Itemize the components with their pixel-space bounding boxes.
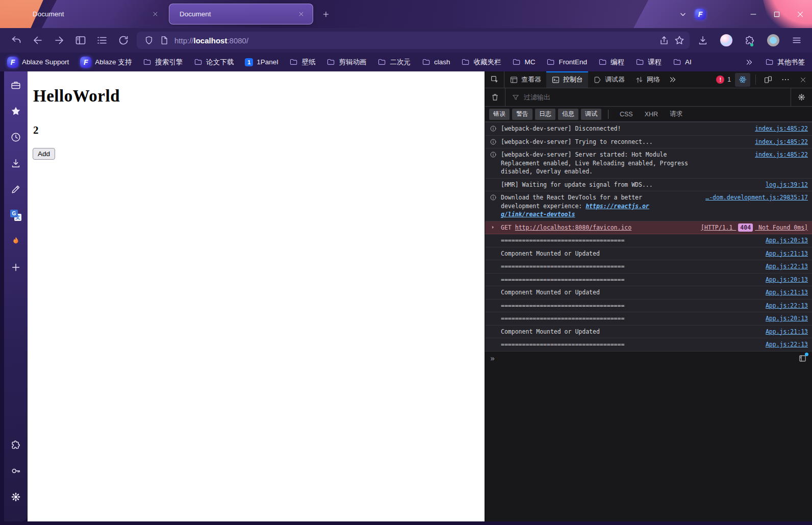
source-link[interactable]: index.js:485:22 [755,124,808,133]
devtools-tab-网络[interactable]: 网络 [630,71,665,88]
source-link[interactable]: App.js:22:13 [766,340,808,349]
bookmark-item[interactable]: 二次元 [377,58,411,67]
source-link[interactable]: App.js:22:13 [766,302,808,310]
source-link[interactable]: App.js:22:13 [766,262,808,271]
site-info-icon[interactable] [158,34,170,46]
source-link[interactable]: App.js:20:13 [766,314,808,323]
source-link[interactable]: App.js:21:13 [766,288,808,297]
devtools-filter-bar: 过滤输出 [485,88,812,107]
filter-chip[interactable]: 错误 [489,109,510,120]
filter-chip[interactable]: 信息 [558,109,578,120]
source-link[interactable]: App.js:20:13 [766,236,808,245]
bookmark-item[interactable]: 课程 [636,58,662,67]
folder-icon [194,58,202,66]
element-picker-button[interactable] [485,71,504,88]
browser-tab[interactable]: Document [169,4,313,24]
bookmark-item[interactable]: 剪辑动画 [326,58,366,67]
sidebar-button-bookmarks[interactable] [7,103,24,120]
bookmark-item[interactable]: MC [512,58,535,66]
filter-input[interactable]: 过滤输出 [505,93,791,102]
filter-text-button[interactable]: XHR [640,110,663,119]
filter-text-button[interactable]: 请求 [665,109,687,119]
tab-close-icon[interactable] [295,9,307,20]
bookmark-item[interactable]: 壁纸 [289,58,315,67]
expand-arrow-icon[interactable] [490,224,497,231]
sidebar-button-translate[interactable]: 文G [7,207,24,224]
bookmark-item[interactable]: FAblaze 支持 [80,57,132,68]
console-message: ===================================App.j… [485,260,812,273]
devtools-tab-调试器[interactable]: 调试器 [588,71,630,88]
sidebar-toggle-button[interactable] [72,32,89,48]
devtools-tab-查看器[interactable]: 查看器 [504,71,546,88]
sidebar-button-notes[interactable] [7,181,24,198]
message-link[interactable]: https://reactjs.or g/link/react-devtools [501,203,649,218]
bookmark-item[interactable]: 编程 [598,58,624,67]
responsive-mode-button[interactable] [761,73,775,86]
sidebar-button-flame-extension[interactable] [7,233,24,250]
profile-button[interactable] [765,32,781,48]
source-link[interactable]: index.js:485:22 [755,138,808,146]
sidebar-button-browser-manager[interactable] [7,77,24,94]
bookmark-item[interactable]: FrontEnd [546,58,587,66]
source-link[interactable]: App.js:21:13 [766,249,808,258]
sidebar-button-history[interactable] [7,129,24,146]
bookmark-item[interactable]: 搜索引擎 [143,58,183,67]
back-button[interactable] [30,32,46,48]
sidebar-button-downloads[interactable] [7,155,24,172]
source-link[interactable]: log.js:39:12 [766,181,808,189]
split-console-button[interactable] [798,354,807,363]
minimize-button[interactable] [742,0,765,28]
console-input-row[interactable]: » [485,352,812,366]
devtools-toolbar-right: !1 [716,71,812,88]
extensions-button[interactable] [742,32,758,48]
sidebar-button-passwords[interactable] [7,462,24,480]
devtools-tab-控制台[interactable]: 控制台 [546,71,588,88]
error-count-badge[interactable]: ! [716,76,724,84]
browser-tab[interactable]: Document [22,4,167,24]
source-link[interactable]: App.js:21:13 [766,328,808,336]
app-menu-button[interactable] [789,32,805,48]
bookmark-item[interactable]: clash [422,58,450,66]
bookmark-page-button[interactable] [673,34,686,46]
tracking-protection-icon[interactable] [143,34,155,46]
close-window-button[interactable] [789,0,812,28]
tab-list-button[interactable] [674,6,692,23]
sidebar-button-add-panel[interactable] [7,259,24,276]
url-text[interactable]: http://localhost:8080/ [174,36,654,45]
forward-button[interactable] [51,32,67,48]
bookmark-item[interactable]: AI [673,58,692,66]
other-bookmarks-folder[interactable]: 其他书签 [765,58,805,67]
downloads-button[interactable] [695,32,711,48]
sidebar-button-settings[interactable] [7,488,24,506]
url-bar[interactable]: http://localhost:8080/ [137,32,690,49]
sidebar-button-addons[interactable] [7,436,24,454]
add-button[interactable]: Add [33,148,55,160]
source-link[interactable]: …-dom.development.js:29835:17 [705,193,808,202]
new-tab-button[interactable] [317,6,335,23]
account-avatar[interactable] [718,32,734,48]
devtools-more-tabs-button[interactable] [665,71,680,88]
bookmark-item[interactable]: 11Panel [245,58,278,66]
source-link[interactable]: index.js:485:22 [755,151,808,159]
filter-text-button[interactable]: CSS [615,110,638,119]
filter-chip[interactable]: 调试 [581,109,601,120]
filter-chip[interactable]: 警告 [512,109,532,120]
react-devtools-button[interactable] [735,73,750,87]
reload-button[interactable] [115,32,132,48]
maximize-button[interactable] [765,0,789,28]
undo-button[interactable] [8,32,24,48]
close-devtools-button[interactable] [796,73,810,86]
bookmarks-overflow-button[interactable] [745,58,754,67]
share-button[interactable] [658,34,670,46]
tab-close-icon[interactable] [149,9,161,20]
console-settings-button[interactable] [791,88,812,106]
bookmark-item[interactable]: 论文下载 [194,58,234,67]
bookmark-item[interactable]: 收藏夹栏 [461,58,501,67]
request-url-link[interactable]: http://localhost:8080/favicon.ico [515,224,631,231]
devtools-menu-button[interactable] [778,73,793,86]
source-link[interactable]: App.js:20:13 [766,276,808,284]
reader-list-button[interactable] [94,32,110,48]
clear-console-button[interactable] [485,88,505,106]
bookmark-item[interactable]: FAblaze Support [7,57,69,68]
filter-chip[interactable]: 日志 [535,109,555,120]
